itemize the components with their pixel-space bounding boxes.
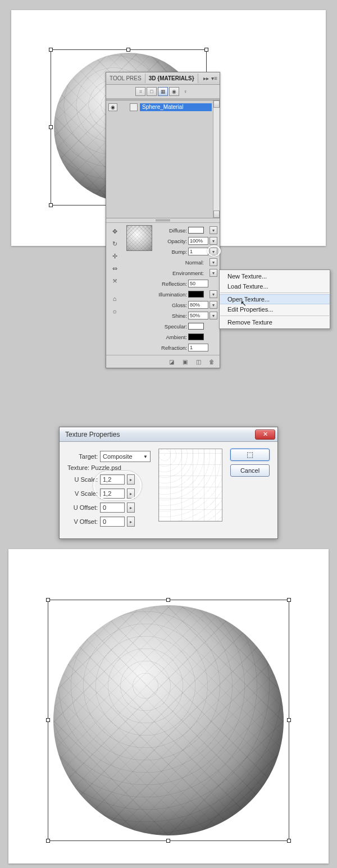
uoffset-input[interactable]: 0	[100, 502, 125, 513]
material-item[interactable]: ◉ Sphere_Material	[108, 103, 212, 112]
material-thumb-icon	[130, 103, 138, 111]
filter-mesh-icon[interactable]: □	[147, 87, 157, 96]
illumination-menu-icon[interactable]: ▾	[210, 290, 217, 298]
uoffset-stepper[interactable]: ▸	[127, 502, 135, 513]
illumination-swatch[interactable]	[188, 291, 204, 298]
environment-menu-icon[interactable]: ▾	[210, 269, 217, 277]
filter-material-icon[interactable]: ▦	[158, 87, 168, 96]
filter-light-icon[interactable]: ◉	[169, 87, 179, 96]
opacity-label: Opacity:	[156, 238, 187, 244]
tab-tool-presets[interactable]: TOOL PRES	[106, 74, 145, 83]
menu-remove-texture[interactable]: Remove Texture	[220, 317, 330, 327]
gloss-input[interactable]: 80%	[188, 301, 208, 309]
highlight-circle-scale	[93, 471, 142, 500]
texture-properties-dialog: Texture Properties ✕ Target: Composite▼ …	[59, 427, 278, 539]
ambient-label: Ambient:	[156, 334, 187, 340]
new-light-icon[interactable]: ▣	[180, 358, 189, 366]
sphere-preview-large	[53, 605, 284, 835]
illumination-label: Illumination:	[156, 291, 187, 298]
voffset-label: V Offset:	[67, 518, 98, 525]
gloss-label: Gloss:	[156, 302, 187, 308]
new-material-icon[interactable]: ◫	[194, 358, 203, 366]
3d-tools-col: ✥ ↻ ✢ ⇔ ⤧ ⌂ ☼	[108, 225, 123, 353]
menu-edit-properties[interactable]: Edit Properties...	[220, 304, 330, 314]
home-tool-icon[interactable]: ⌂	[108, 294, 121, 304]
visibility-eye-icon[interactable]: ◉	[108, 103, 117, 111]
specular-swatch[interactable]	[188, 323, 204, 330]
list-scrollbar[interactable]	[213, 100, 220, 218]
scale-tool-icon[interactable]: ⤧	[108, 276, 121, 286]
target-select[interactable]: Composite▼	[100, 451, 151, 462]
menu-separator	[220, 293, 329, 293]
slide-tool-icon[interactable]: ⇔	[108, 263, 121, 273]
scene-filter-icons: ⌗ □ ▦ ◉ ♀	[106, 85, 220, 99]
shine-menu-icon[interactable]: ▾	[210, 312, 217, 319]
opacity-input[interactable]: 100%	[188, 237, 208, 245]
refraction-label: Refraction:	[156, 345, 187, 351]
filter-camera-icon[interactable]: ♀	[180, 87, 190, 96]
canvas-bottom	[8, 549, 329, 864]
reflection-label: Reflection:	[156, 281, 187, 287]
texture-context-menu: New Texture... Load Texture... Open Text…	[219, 269, 330, 329]
refraction-input[interactable]: 1	[188, 344, 208, 351]
texture-filename: Texture: Puzzle.psd	[67, 464, 151, 471]
diffuse-label: Diffuse:	[156, 227, 187, 234]
ambient-swatch[interactable]	[188, 334, 204, 340]
voffset-input[interactable]: 0	[100, 517, 125, 527]
ok-button[interactable]: OK ⬚	[230, 449, 270, 461]
gloss-menu-icon[interactable]: ▾	[210, 301, 217, 309]
texture-preview	[158, 449, 222, 522]
bump-input[interactable]: 1	[188, 248, 208, 255]
diffuse-menu-icon[interactable]: ▾	[210, 226, 217, 234]
menu-load-texture[interactable]: Load Texture...	[220, 281, 330, 291]
specular-label: Specular:	[156, 323, 187, 330]
uoffset-label: U Offset:	[67, 504, 98, 511]
materials-panel: TOOL PRES 3D {MATERIALS} ▸▸ ▾≡ ⌗ □ ▦ ◉ ♀…	[106, 72, 220, 368]
filter-scene-icon[interactable]: ⌗	[135, 87, 145, 96]
panel-grip[interactable]	[106, 218, 220, 223]
vscale-label: V Scale:	[67, 490, 98, 497]
pan-tool-icon[interactable]: ✢	[108, 251, 121, 261]
panel-collapse-icon[interactable]: ▸▸	[203, 75, 209, 81]
environment-label: Environment:	[156, 270, 204, 276]
highlight-circle	[207, 245, 221, 257]
panel-tabs: TOOL PRES 3D {MATERIALS} ▸▸ ▾≡	[106, 72, 220, 85]
normal-menu-icon[interactable]: ▾	[210, 258, 217, 266]
cancel-button[interactable]: Cancel	[230, 464, 270, 477]
reflection-input[interactable]: 50	[188, 280, 208, 287]
orbit-tool-icon[interactable]: ✥	[108, 226, 121, 236]
target-label: Target:	[67, 453, 98, 460]
diffuse-swatch[interactable]	[188, 227, 204, 234]
voffset-stepper[interactable]: ▸	[127, 517, 135, 527]
material-properties: ✥ ↻ ✢ ⇔ ⤧ ⌂ ☼ Diffuse:▾ Opacity:100%▾ Bu…	[106, 223, 220, 355]
material-list: ◉ Sphere_Material	[106, 100, 220, 218]
tab-3d-materials[interactable]: 3D {MATERIALS}	[145, 74, 198, 83]
bump-label: Bump:	[156, 249, 187, 255]
panel-menu-icon[interactable]: ▾≡	[211, 75, 217, 81]
shine-label: Shine:	[156, 313, 187, 319]
close-button[interactable]: ✕	[255, 430, 275, 440]
menu-separator	[220, 316, 329, 316]
menu-open-texture[interactable]: Open Texture...	[220, 294, 330, 304]
dialog-title: Texture Properties	[65, 431, 120, 438]
material-preview-thumb[interactable]	[126, 225, 152, 251]
shine-input[interactable]: 50%	[188, 312, 208, 319]
trash-icon[interactable]: 🗑	[207, 358, 216, 366]
normal-label: Normal:	[156, 259, 204, 266]
toggle-ground-icon[interactable]: ◪	[167, 358, 176, 366]
roll-tool-icon[interactable]: ↻	[108, 239, 121, 249]
material-name[interactable]: Sphere_Material	[140, 103, 212, 111]
light-tool-icon[interactable]: ☼	[108, 306, 121, 316]
opacity-menu-icon[interactable]: ▾	[210, 237, 217, 245]
menu-new-texture[interactable]: New Texture...	[220, 271, 330, 281]
